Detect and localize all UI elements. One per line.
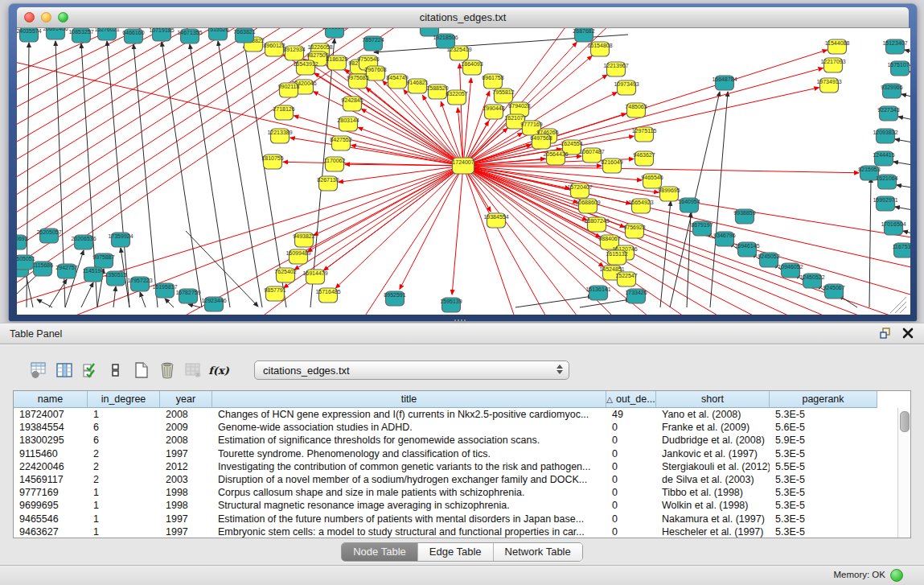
network-node[interactable]: 20206536 [71, 235, 96, 249]
network-node[interactable]: 9975887 [92, 253, 114, 268]
network-node[interactable]: 12450522 [799, 274, 824, 288]
network-edge[interactable] [895, 139, 910, 144]
scrollbar-thumb[interactable] [900, 411, 910, 432]
network-node[interactable]: 6961758 [482, 74, 503, 89]
network-node[interactable]: 15751074 [887, 61, 910, 76]
table-row[interactable]: 1938455462009Genome-wide association stu… [14, 421, 910, 434]
network-node[interactable]: 9857791 [264, 286, 285, 301]
network-node[interactable]: 1167531 [893, 243, 910, 257]
network-node[interactable]: 9463627 [633, 151, 655, 166]
cell-in_degree[interactable]: 2 [88, 448, 160, 459]
cell-title[interactable]: Investigating the contribution of common… [212, 461, 606, 472]
network-node[interactable]: 12975115 [632, 127, 657, 142]
network-node[interactable]: 7485063 [625, 103, 647, 117]
network-node[interactable]: 15992971 [873, 196, 897, 211]
network-node[interactable]: 9227343 [877, 106, 899, 121]
network-node[interactable]: 15716485 [315, 288, 340, 303]
cell-pagerank[interactable]: 5.3E-5 [770, 526, 877, 538]
cell-pagerank[interactable]: 5.3E-5 [770, 474, 877, 485]
network-node[interactable]: 9902118 [278, 83, 300, 97]
network-node[interactable]: 16648784 [712, 76, 737, 90]
network-node[interactable]: 16195817 [152, 283, 177, 298]
network-node[interactable]: 12213389 [267, 129, 292, 143]
network-edge[interactable] [258, 166, 463, 315]
network-node[interactable]: 12217093 [820, 58, 845, 72]
network-edge[interactable] [910, 72, 910, 76]
network-node[interactable]: 18807243 [584, 217, 609, 232]
network-node[interactable]: 8505051 [17, 255, 35, 270]
tab-network-table[interactable]: Network Table [493, 543, 582, 561]
network-edge[interactable] [218, 41, 262, 307]
select-columns-button[interactable] [55, 360, 74, 381]
network-edge[interactable] [580, 299, 630, 307]
cell-out_de[interactable]: 49 [606, 409, 656, 420]
network-node[interactable]: 9975685 [347, 74, 368, 89]
network-node[interactable]: 12093832 [873, 129, 897, 143]
network-node[interactable]: 8952591 [384, 291, 405, 306]
network-edge[interactable] [515, 296, 593, 307]
cell-short[interactable]: de Silva et al. (2003) [656, 474, 770, 485]
window-title-bar[interactable]: citations_edges.txt [17, 7, 909, 28]
network-node[interactable]: 8186328 [326, 56, 347, 70]
cell-in_degree[interactable]: 1 [88, 513, 160, 525]
cell-year[interactable]: 1998 [160, 487, 212, 498]
table-row[interactable]: 946554611997Estimation of the future num… [14, 513, 910, 525]
table-row[interactable]: 1872400712008Changes of HCN gene express… [14, 408, 910, 421]
cell-out_de[interactable]: 0 [606, 474, 656, 485]
cell-out_de[interactable]: 0 [606, 513, 656, 525]
network-node[interactable]: 8679197 [691, 221, 713, 236]
network-edge[interactable] [140, 292, 146, 307]
cell-short[interactable]: Jankovic et al. (1997) [656, 448, 770, 459]
cell-in_degree[interactable]: 2 [88, 474, 160, 485]
cell-year[interactable]: 2012 [160, 461, 212, 472]
network-node[interactable]: 9245067 [823, 284, 844, 299]
network-edge[interactable] [165, 299, 174, 307]
table-row[interactable]: 1456911722003Disruption of a novel membe… [14, 473, 910, 486]
cell-year[interactable]: 1997 [160, 526, 212, 538]
network-node[interactable]: 16154808 [587, 42, 612, 56]
create-column-button[interactable] [132, 360, 151, 381]
table-row[interactable]: 946362711997Embryonic stem cells: a mode… [14, 525, 910, 538]
cell-year[interactable]: 2003 [160, 474, 212, 485]
toggle-row-selection-button[interactable] [80, 360, 100, 381]
cell-pagerank[interactable]: 5.6E-5 [770, 422, 877, 433]
network-node[interactable]: 9245052 [758, 253, 779, 267]
delete-table-button[interactable] [158, 360, 177, 381]
cell-short[interactable]: Yano et al. (2008) [656, 409, 770, 420]
network-node[interactable]: 16654923 [628, 199, 653, 213]
network-edge[interactable] [188, 304, 200, 307]
network-node[interactable]: 1244415 [873, 151, 894, 166]
network-node[interactable]: 10688609 [575, 199, 600, 213]
network-edge[interactable] [17, 28, 228, 147]
network-node[interactable]: 20691406 [43, 28, 68, 39]
canvas-resize-grip[interactable] [890, 297, 906, 313]
network-node[interactable]: 9146821 [406, 79, 428, 93]
network-node[interactable]: 6497568 [530, 134, 552, 149]
cell-short[interactable]: Franke et al. (2009) [656, 422, 770, 433]
network-edge[interactable] [463, 166, 910, 298]
network-node[interactable]: 2942757 [55, 264, 77, 278]
cell-name[interactable]: 9777169 [14, 487, 88, 498]
network-node[interactable]: 1595139 [440, 298, 462, 312]
close-panel-icon[interactable] [901, 327, 914, 340]
cell-out_de[interactable]: 0 [606, 487, 656, 498]
cell-name[interactable]: 9115460 [14, 448, 88, 459]
network-edge[interactable] [895, 207, 910, 212]
table-row[interactable]: 969969511998Structural magnetic resonanc… [14, 499, 910, 512]
cell-short[interactable]: Dudbridge et al. (2008) [656, 435, 770, 446]
cell-name[interactable]: 19384554 [14, 422, 88, 433]
cell-year[interactable]: 1997 [160, 513, 212, 525]
column-header-short[interactable]: short [656, 391, 770, 408]
rows-button[interactable] [106, 360, 125, 381]
network-node[interactable]: 1640954 [678, 198, 700, 212]
network-node[interactable]: 8454749 [386, 74, 408, 89]
network-edge[interactable] [901, 94, 910, 99]
network-node[interactable]: 7515526 [207, 28, 228, 40]
cell-year[interactable]: 2009 [160, 422, 212, 433]
cell-year[interactable]: 1998 [160, 500, 212, 511]
column-header-pagerank[interactable]: pagerank [770, 391, 877, 408]
network-node[interactable]: 10973493 [614, 80, 639, 95]
table-selector-combobox[interactable]: citations_edges.txt [254, 360, 569, 380]
network-node[interactable]: 1115686 [32, 262, 53, 276]
network-node[interactable]: 6216049 [601, 159, 622, 173]
